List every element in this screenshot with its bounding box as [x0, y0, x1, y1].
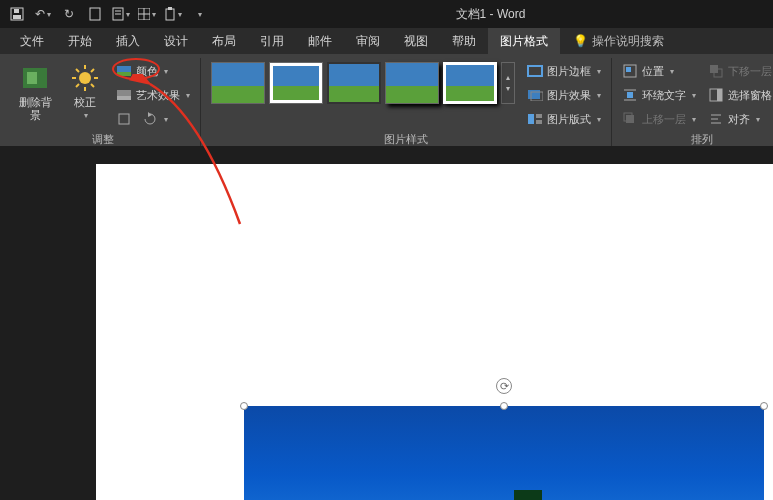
- picture-effects-button[interactable]: 图片效果▾: [523, 84, 605, 106]
- ribbon: 删除背景 校正 ▾ 颜色▾ 艺术效果▾: [0, 54, 773, 146]
- handle-tl[interactable]: [240, 402, 248, 410]
- handle-tr[interactable]: [760, 402, 768, 410]
- lightbulb-icon: 💡: [572, 33, 588, 49]
- document-title: 文档1 - Word: [214, 6, 767, 23]
- selected-picture[interactable]: ⟳: [244, 406, 764, 500]
- send-backward-button[interactable]: 下移一层▾: [704, 60, 773, 82]
- style-thumb-4[interactable]: [385, 62, 439, 104]
- svg-rect-10: [166, 9, 174, 20]
- group-picture-styles: ▴▾ 图片边框▾ 图片效果▾ 图片版式▾ 图片样式: [201, 58, 612, 146]
- style-thumb-3[interactable]: [327, 62, 381, 104]
- tab-picture-format[interactable]: 图片格式: [488, 28, 560, 54]
- wrap-text-button[interactable]: 环绕文字▾: [618, 84, 700, 106]
- position-icon: [622, 63, 638, 79]
- svg-rect-36: [626, 67, 631, 72]
- backward-icon: [708, 63, 724, 79]
- svg-rect-29: [528, 66, 542, 76]
- tab-layout[interactable]: 布局: [200, 28, 248, 54]
- svg-line-20: [91, 84, 94, 87]
- title-bar: ↶▾ ↻ ▾ ▾ ▾ ▾ 文档1 - Word: [0, 0, 773, 28]
- svg-rect-37: [627, 92, 633, 98]
- tab-insert[interactable]: 插入: [104, 28, 152, 54]
- svg-rect-1: [13, 15, 21, 19]
- tab-file[interactable]: 文件: [8, 28, 56, 54]
- document-area: ⟳: [0, 146, 773, 500]
- svg-rect-34: [536, 120, 542, 124]
- tab-design[interactable]: 设计: [152, 28, 200, 54]
- tell-me-label: 操作说明搜索: [592, 33, 664, 50]
- qat-customize-dropdown[interactable]: ▾: [188, 3, 210, 25]
- style-thumb-1[interactable]: [211, 62, 265, 104]
- sun-icon: [69, 62, 101, 94]
- pane-icon: [708, 87, 724, 103]
- save-button[interactable]: [6, 3, 28, 25]
- svg-rect-2: [14, 9, 19, 13]
- bring-forward-button[interactable]: 上移一层▾: [618, 108, 700, 130]
- rotate-handle[interactable]: ⟳: [496, 378, 512, 394]
- picture-content: [244, 406, 764, 500]
- style-thumb-2[interactable]: [269, 62, 323, 104]
- picture-border-button[interactable]: 图片边框▾: [523, 60, 605, 82]
- forward-icon: [622, 111, 638, 127]
- tab-mail[interactable]: 邮件: [296, 28, 344, 54]
- tab-help[interactable]: 帮助: [440, 28, 488, 54]
- reset-icon: [142, 111, 158, 127]
- svg-rect-13: [27, 72, 37, 84]
- group-adjust: 删除背景 校正 ▾ 颜色▾ 艺术效果▾: [6, 58, 201, 146]
- color-icon: [116, 63, 132, 79]
- border-icon: [527, 63, 543, 79]
- qat-page-icon[interactable]: ▾: [110, 3, 132, 25]
- tab-review[interactable]: 审阅: [344, 28, 392, 54]
- remove-background-button[interactable]: 删除背景: [12, 58, 58, 126]
- selection-pane-button[interactable]: 选择窗格: [704, 84, 773, 106]
- corrections-button[interactable]: 校正 ▾: [62, 58, 108, 124]
- svg-rect-33: [536, 114, 542, 118]
- gallery-more-button[interactable]: ▴▾: [501, 62, 515, 104]
- tab-home[interactable]: 开始: [56, 28, 104, 54]
- compress-icon: [116, 111, 132, 127]
- remove-bg-icon: [19, 62, 51, 94]
- artistic-icon: [116, 87, 132, 103]
- svg-rect-3: [90, 8, 100, 20]
- svg-rect-26: [117, 96, 131, 100]
- style-thumb-5[interactable]: [443, 62, 497, 104]
- align-button[interactable]: 对齐▾: [704, 108, 773, 130]
- qat-table-icon[interactable]: ▾: [136, 3, 158, 25]
- svg-line-19: [76, 69, 79, 72]
- svg-line-22: [91, 69, 94, 72]
- svg-rect-45: [717, 89, 722, 101]
- tab-references[interactable]: 引用: [248, 28, 296, 54]
- artistic-effects-button[interactable]: 艺术效果▾: [112, 84, 194, 106]
- compress-reset-row[interactable]: ▾: [112, 108, 194, 130]
- svg-rect-24: [117, 72, 131, 76]
- undo-button[interactable]: ↶▾: [32, 3, 54, 25]
- align-icon: [708, 111, 724, 127]
- svg-line-21: [76, 84, 79, 87]
- group-arrange: 位置▾ 环绕文字▾ 上移一层▾ 下移一层▾ 选择窗格: [612, 58, 773, 146]
- svg-rect-27: [119, 114, 129, 124]
- svg-rect-11: [168, 7, 172, 10]
- qat-new-doc-icon[interactable]: [84, 3, 106, 25]
- wrap-icon: [622, 87, 638, 103]
- svg-rect-30: [528, 90, 540, 99]
- svg-rect-32: [528, 114, 534, 124]
- qat-paste-icon[interactable]: ▾: [162, 3, 184, 25]
- picture-layout-button[interactable]: 图片版式▾: [523, 108, 605, 130]
- effects-icon: [527, 87, 543, 103]
- pic-layout-icon: [527, 111, 543, 127]
- svg-rect-40: [626, 115, 634, 123]
- redo-button[interactable]: ↻: [58, 3, 80, 25]
- tell-me-search[interactable]: 💡 操作说明搜索: [560, 28, 664, 54]
- position-button[interactable]: 位置▾: [618, 60, 700, 82]
- ribbon-tabs: 文件 开始 插入 设计 布局 引用 邮件 审阅 视图 帮助 图片格式 💡 操作说…: [0, 28, 773, 54]
- color-button[interactable]: 颜色▾: [112, 60, 194, 82]
- svg-point-14: [79, 72, 91, 84]
- handle-tc[interactable]: [500, 402, 508, 410]
- tab-view[interactable]: 视图: [392, 28, 440, 54]
- picture-style-gallery[interactable]: ▴▾: [207, 58, 519, 108]
